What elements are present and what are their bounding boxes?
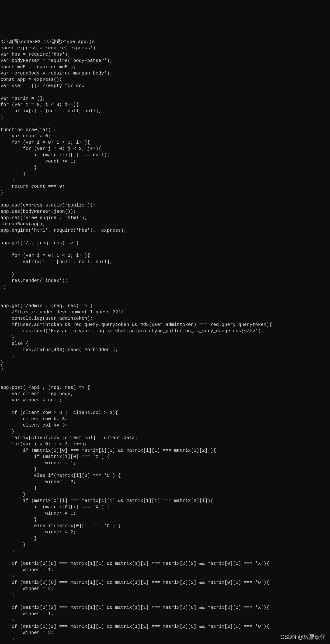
prompt-line-1: D:\桌面\code\03.js\渗透>type app.js bbox=[1, 39, 95, 44]
watermark-text: CSDN @板栗妖怪 bbox=[280, 633, 326, 641]
code-output: const express = require('express') var h… bbox=[1, 45, 329, 644]
terminal-window[interactable]: D:\桌面\code\03.js\渗透>type app.js const ex… bbox=[0, 32, 330, 644]
